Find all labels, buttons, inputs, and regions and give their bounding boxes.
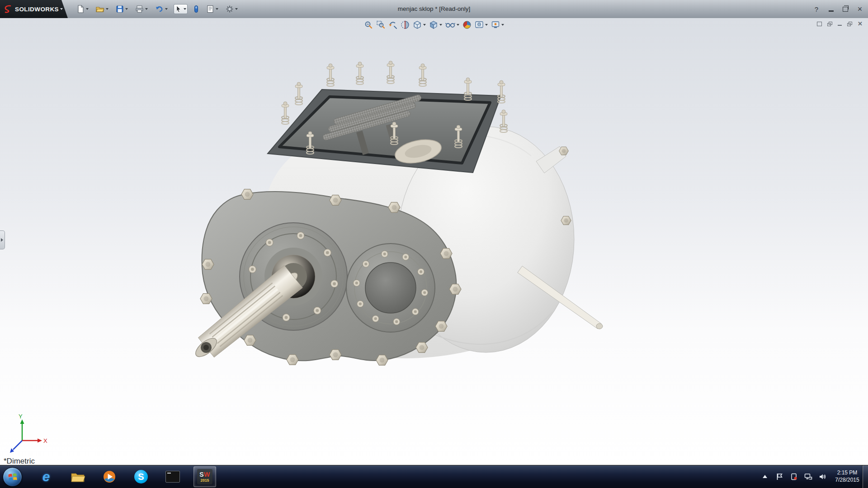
- folder-icon: [71, 471, 85, 483]
- triad-x-label: X: [43, 437, 47, 444]
- chevron-down-icon: [86, 8, 89, 10]
- show-desktop-button[interactable]: [863, 465, 868, 488]
- chevron-down-icon: [501, 24, 504, 26]
- taskbar-apps: e S SW 2015: [35, 467, 216, 487]
- doc-minimize-button[interactable]: [838, 22, 842, 26]
- restore-button[interactable]: [842, 7, 849, 12]
- solidworks-mark-icon: [4, 5, 13, 14]
- minimize-icon: [829, 10, 834, 12]
- taskbar-item-solidworks[interactable]: SW 2015: [193, 466, 216, 487]
- taskbar-item-internet-explorer[interactable]: e: [35, 467, 57, 487]
- solidworks-version-badge: 2015: [201, 479, 209, 483]
- chevron-up-icon: [762, 474, 768, 479]
- window-menu-icon: [817, 22, 822, 26]
- action-center-button[interactable]: [775, 472, 784, 481]
- volume-tray-button[interactable]: [818, 472, 827, 481]
- new-document-button[interactable]: [75, 4, 90, 14]
- brand-text: SOLIDWORKS: [15, 6, 59, 13]
- speaker-icon: [819, 473, 826, 480]
- close-button[interactable]: ×: [856, 5, 863, 14]
- graphics-area[interactable]: Y X: [0, 18, 868, 465]
- chevron-down-icon: [60, 8, 63, 10]
- windows-logo-icon: [8, 472, 18, 482]
- print-button[interactable]: [134, 4, 149, 14]
- zoom-to-fit-icon: [364, 20, 373, 29]
- window-controls: ? ×: [813, 0, 863, 18]
- apply-scene-icon: [475, 20, 484, 29]
- undo-button[interactable]: [154, 4, 169, 14]
- flag-icon: [776, 473, 783, 480]
- tray-chevron-button[interactable]: [760, 472, 769, 481]
- doc-close-button[interactable]: ✕: [858, 21, 863, 27]
- section-view-button[interactable]: [400, 19, 410, 31]
- gearbox-3d-model[interactable]: Y X: [0, 18, 868, 465]
- chevron-down-icon: [457, 24, 459, 26]
- menu-bar-toolbar: [75, 4, 239, 14]
- chevron-down-icon: [125, 8, 128, 10]
- taskbar: e S SW 2015: [0, 465, 868, 488]
- restore-icon: [843, 7, 848, 12]
- doc-minimize-icon: [838, 25, 842, 26]
- window-menu-button[interactable]: [817, 22, 822, 26]
- taskbar-item-command-prompt[interactable]: [162, 467, 184, 487]
- taskbar-item-media-player[interactable]: [99, 467, 120, 487]
- chevron-down-icon: [165, 8, 168, 10]
- edit-appearance-button[interactable]: [462, 19, 472, 31]
- select-button[interactable]: [174, 4, 188, 14]
- chevron-down-icon: [145, 8, 148, 10]
- solidworks-app-icon: SW 2015: [197, 469, 212, 484]
- new-document-icon: [76, 5, 85, 13]
- skype-icon: S: [134, 470, 148, 483]
- view-orientation-cube-icon: [413, 20, 422, 29]
- heads-up-view-toolbar: [363, 19, 505, 31]
- print-icon: [135, 5, 144, 13]
- hardware-tray-button[interactable]: [789, 472, 798, 481]
- doc-restore-button[interactable]: [847, 22, 852, 26]
- rear-cap-bolt[interactable]: [559, 147, 569, 155]
- zoom-to-area-button[interactable]: [375, 19, 386, 31]
- start-button[interactable]: [3, 467, 22, 487]
- view-orientation-label: *Dimetric: [4, 457, 35, 465]
- chevron-down-icon: [106, 8, 108, 10]
- rebuild-button[interactable]: [192, 4, 200, 14]
- reference-triad: Y X: [10, 413, 47, 453]
- network-tray-button[interactable]: [804, 472, 813, 481]
- zoom-to-area-icon: [376, 20, 385, 29]
- taskbar-item-skype[interactable]: S: [130, 467, 152, 487]
- chevron-down-icon: [439, 24, 442, 26]
- open-button[interactable]: [94, 4, 110, 14]
- solidworks-menu-button[interactable]: SOLIDWORKS: [0, 0, 68, 18]
- taskbar-clock[interactable]: 2:15 PM 7/28/2015: [833, 469, 862, 483]
- hide-show-items-button[interactable]: [444, 19, 460, 31]
- open-icon: [96, 5, 104, 13]
- glasses-icon: [445, 20, 455, 29]
- display-style-icon: [429, 20, 438, 29]
- system-tray: 2:15 PM 7/28/2015: [760, 465, 862, 488]
- options-button[interactable]: [224, 4, 239, 14]
- hardware-icon: [791, 473, 797, 480]
- apply-scene-button[interactable]: [474, 19, 489, 31]
- previous-view-button[interactable]: [387, 19, 398, 31]
- network-icon: [804, 473, 812, 480]
- tile-windows-button[interactable]: [827, 22, 832, 26]
- feature-pane-flyout-tab[interactable]: [0, 230, 5, 249]
- cover-bearing-boss[interactable]: [346, 244, 435, 332]
- select-cursor-icon: [175, 5, 182, 13]
- file-properties-button[interactable]: [205, 4, 220, 14]
- view-orientation-button[interactable]: [412, 19, 427, 31]
- view-settings-button[interactable]: [490, 19, 505, 31]
- save-button[interactable]: [114, 4, 129, 14]
- minimize-button[interactable]: [827, 7, 835, 12]
- clock-date: 7/28/2015: [833, 477, 862, 484]
- titlebar: SOLIDWORKS: [0, 0, 868, 18]
- zoom-to-fit-button[interactable]: [363, 19, 374, 31]
- side-bolt[interactable]: [561, 216, 571, 225]
- file-properties-icon: [206, 5, 214, 13]
- taskbar-item-windows-explorer[interactable]: [67, 467, 89, 487]
- doc-restore-icon: [847, 22, 852, 26]
- display-style-button[interactable]: [428, 19, 443, 31]
- chevron-down-icon: [423, 24, 426, 26]
- help-button[interactable]: ?: [813, 5, 820, 13]
- document-window-controls: ✕: [817, 21, 863, 27]
- triad-y-label: Y: [19, 413, 23, 420]
